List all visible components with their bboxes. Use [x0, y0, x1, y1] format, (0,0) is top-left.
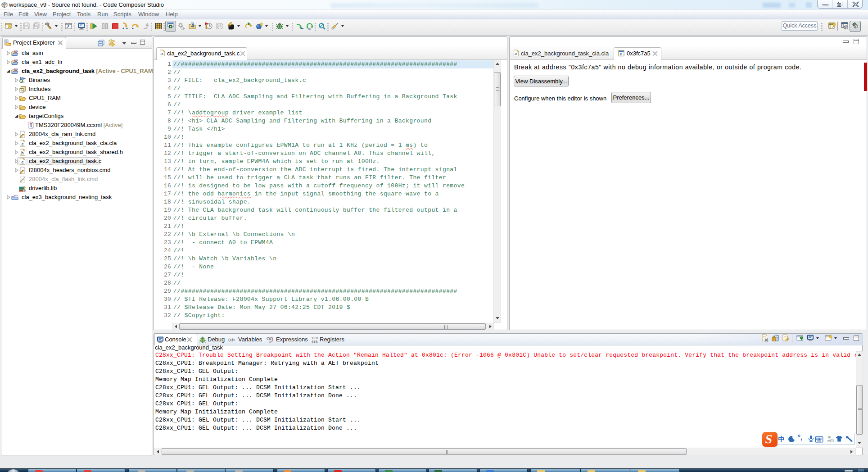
svg-text:5: 5	[832, 439, 833, 442]
